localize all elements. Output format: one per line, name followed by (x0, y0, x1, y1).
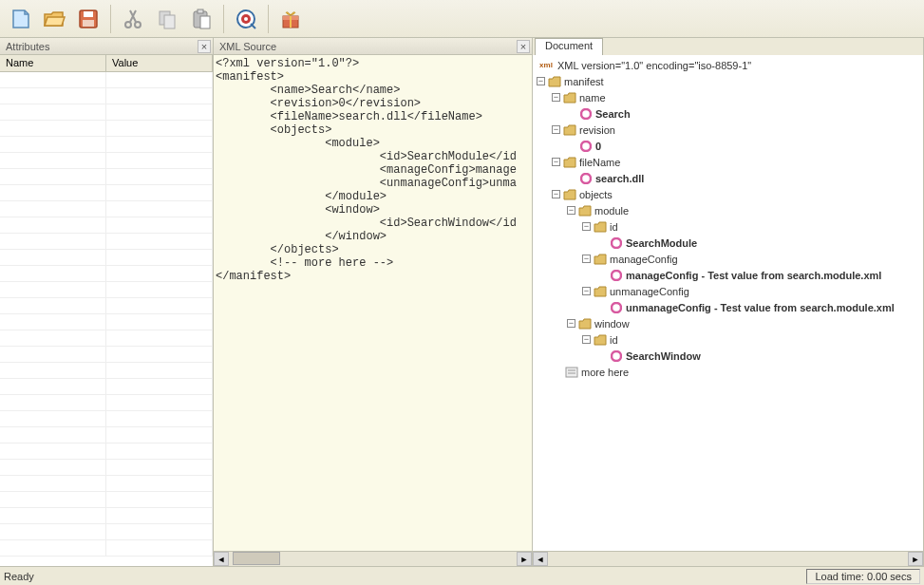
table-row[interactable] (0, 298, 213, 314)
tab-document[interactable]: Document (535, 38, 603, 55)
cut-button[interactable] (117, 3, 149, 35)
attributes-rows (0, 72, 213, 557)
table-row[interactable] (0, 137, 213, 153)
tree-leaf-module-id-value[interactable]: SearchModule (533, 235, 923, 251)
new-button[interactable] (4, 3, 36, 35)
tree-xml-decl[interactable]: xml XML version="1.0" encoding="iso-8859… (533, 57, 923, 73)
table-row[interactable] (0, 540, 213, 557)
xml-source-panel: XML Source × <?xml version="1.0"?> <mani… (214, 38, 533, 566)
table-row[interactable] (0, 314, 213, 330)
table-row[interactable] (0, 524, 213, 540)
table-row[interactable] (0, 104, 213, 121)
table-row[interactable] (0, 169, 213, 185)
svg-point-16 (581, 109, 591, 119)
table-row[interactable] (0, 476, 213, 492)
horizontal-scrollbar[interactable]: ◄ ► (533, 551, 923, 566)
status-bar: Ready Load time: 0.00 secs (0, 566, 924, 585)
scroll-thumb[interactable] (233, 552, 280, 565)
tree-node-name[interactable]: − name (533, 89, 923, 105)
scroll-left-icon[interactable]: ◄ (214, 552, 229, 566)
table-row[interactable] (0, 508, 213, 524)
folder-icon (563, 189, 576, 200)
copy-button[interactable] (151, 3, 183, 35)
table-row[interactable] (0, 250, 213, 266)
open-button[interactable] (38, 3, 70, 35)
tree-node-window-id[interactable]: − id (533, 331, 923, 348)
xml-icon: xml (537, 60, 556, 71)
table-row[interactable] (0, 153, 213, 169)
table-row[interactable] (0, 363, 213, 379)
tree-node-manageconfig[interactable]: − manageConfig (533, 251, 923, 267)
attributes-col-name[interactable]: Name (0, 55, 106, 71)
target-button[interactable] (230, 3, 262, 35)
xml-source-text[interactable]: <?xml version="1.0"?> <manifest> <name>S… (214, 55, 532, 551)
table-row[interactable] (0, 379, 213, 395)
scroll-right-icon[interactable]: ► (517, 552, 532, 566)
svg-point-3 (125, 22, 131, 28)
tree-node-comment[interactable]: more here (533, 364, 923, 380)
table-row[interactable] (0, 443, 213, 460)
collapse-icon[interactable]: − (582, 335, 591, 344)
collapse-icon[interactable]: − (582, 222, 591, 231)
table-row[interactable] (0, 266, 213, 282)
gift-button[interactable] (274, 3, 307, 35)
status-left: Ready (4, 571, 34, 582)
table-row[interactable] (0, 411, 213, 427)
tree-leaf-window-id-value[interactable]: SearchWindow (533, 348, 923, 364)
collapse-icon[interactable]: − (552, 158, 560, 166)
scroll-track[interactable] (229, 552, 517, 566)
tree-node-manifest[interactable]: − manifest (533, 73, 923, 89)
tree-node-filename[interactable]: − fileName (533, 154, 923, 170)
comment-icon (565, 367, 578, 378)
collapse-icon[interactable]: − (567, 319, 575, 328)
tree-node-module-id[interactable]: − id (533, 218, 923, 235)
paste-button[interactable] (185, 3, 217, 35)
horizontal-scrollbar[interactable]: ◄ ► (214, 551, 532, 566)
collapse-icon[interactable]: − (552, 93, 560, 102)
tree-node-objects[interactable]: − objects (533, 186, 923, 202)
tree-node-window[interactable]: − window (533, 315, 923, 331)
collapse-icon[interactable]: − (582, 287, 591, 295)
tree-leaf-name-value[interactable]: Search (533, 105, 923, 122)
scroll-right-icon[interactable]: ► (908, 552, 923, 566)
document-tree[interactable]: xml XML version="1.0" encoding="iso-8859… (533, 55, 923, 551)
svg-rect-6 (164, 15, 175, 28)
table-row[interactable] (0, 201, 213, 217)
collapse-icon[interactable]: − (537, 77, 545, 85)
table-row[interactable] (0, 427, 213, 443)
close-icon[interactable]: × (198, 40, 211, 53)
scroll-left-icon[interactable]: ◄ (533, 552, 548, 566)
table-row[interactable] (0, 121, 213, 137)
table-row[interactable] (0, 347, 213, 363)
table-row[interactable] (0, 460, 213, 476)
tree-leaf-unmanageconfig-value[interactable]: unmanageConfig - Test value from search.… (533, 299, 923, 315)
table-row[interactable] (0, 72, 213, 88)
attributes-col-value[interactable]: Value (106, 55, 213, 71)
tree-leaf-revision-value[interactable]: 0 (533, 138, 923, 154)
leaf-icon (580, 173, 592, 184)
tree-node-revision[interactable]: − revision (533, 122, 923, 138)
table-row[interactable] (0, 185, 213, 201)
collapse-icon[interactable]: − (552, 190, 560, 198)
save-button[interactable] (72, 3, 104, 35)
leaf-icon (580, 141, 592, 152)
table-row[interactable] (0, 330, 213, 347)
collapse-icon[interactable]: − (567, 206, 575, 215)
table-row[interactable] (0, 395, 213, 411)
collapse-icon[interactable]: − (582, 255, 591, 263)
table-row[interactable] (0, 492, 213, 508)
folder-icon (594, 286, 607, 297)
tree-leaf-manageconfig-value[interactable]: manageConfig - Test value from search.mo… (533, 267, 923, 283)
svg-rect-8 (198, 9, 203, 13)
table-row[interactable] (0, 234, 213, 250)
table-row[interactable] (0, 217, 213, 234)
table-row[interactable] (0, 282, 213, 298)
close-icon[interactable]: × (517, 40, 530, 53)
tree-node-unmanageconfig[interactable]: − unmanageConfig (533, 283, 923, 299)
tree-node-module[interactable]: − module (533, 202, 923, 218)
table-row[interactable] (0, 88, 213, 104)
tree-leaf-filename-value[interactable]: search.dll (533, 170, 923, 186)
folder-icon (578, 205, 592, 217)
scroll-track[interactable] (548, 552, 908, 566)
collapse-icon[interactable]: − (552, 125, 560, 134)
